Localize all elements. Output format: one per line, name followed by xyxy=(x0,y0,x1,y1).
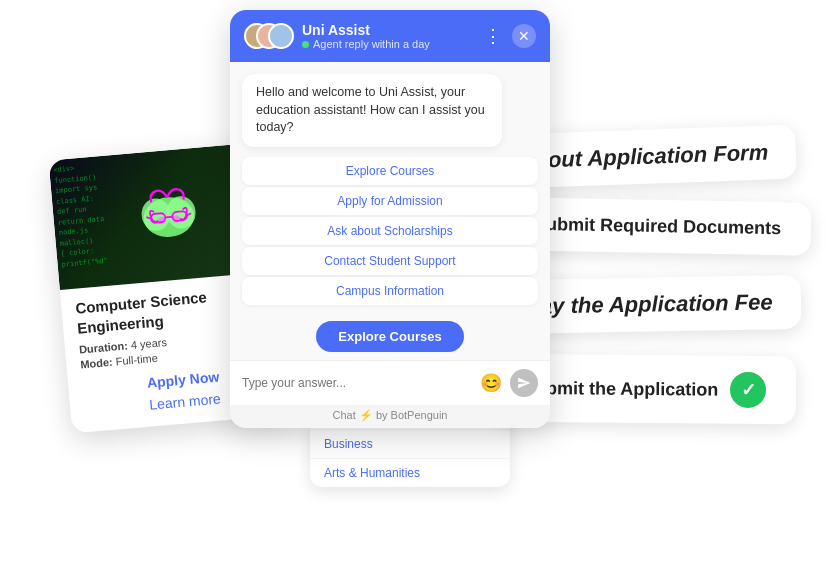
agent-avatars xyxy=(244,20,292,52)
chat-footer: Chat ⚡ by BotPenguin xyxy=(230,405,550,428)
brain-icon xyxy=(120,167,218,265)
dots-button[interactable]: ⋮ xyxy=(480,23,506,49)
chat-input-bar: 😊 xyxy=(230,360,550,405)
emoji-icon[interactable]: 😊 xyxy=(480,372,502,394)
code-bg-text: <div>function()import sysclass AI: def r… xyxy=(53,161,108,270)
chat-header-actions: ⋮ ✕ xyxy=(480,23,536,49)
menu-item-support[interactable]: Contact Student Support xyxy=(242,247,538,275)
avatar-3 xyxy=(268,23,294,49)
chat-header-left: Uni Assist Agent reply within a day xyxy=(244,20,430,52)
pay-fee-text: Pay the Application Fee xyxy=(525,289,773,318)
duration-label: Duration: xyxy=(79,339,129,355)
chat-title: Uni Assist xyxy=(302,22,430,38)
svg-line-7 xyxy=(165,217,172,218)
footer-text: Chat ⚡ by BotPenguin xyxy=(333,409,448,421)
explore-courses-button[interactable]: Explore Courses xyxy=(316,321,463,352)
status-dot xyxy=(302,41,309,48)
duration-value: 4 years xyxy=(130,336,167,351)
chat-status: Agent reply within a day xyxy=(302,38,430,50)
menu-item-scholarships[interactable]: Ask about Scholarships xyxy=(242,217,538,245)
subject-item-arts[interactable]: Arts & Humanities xyxy=(310,459,510,487)
menu-item-apply[interactable]: Apply for Admission xyxy=(242,187,538,215)
close-button[interactable]: ✕ xyxy=(512,24,536,48)
mode-label: Mode: xyxy=(80,356,113,371)
chat-header: Uni Assist Agent reply within a day ⋮ ✕ xyxy=(230,10,550,62)
menu-list: Explore Courses Apply for Admission Ask … xyxy=(242,157,538,313)
chat-input[interactable] xyxy=(242,376,472,390)
chat-widget: Uni Assist Agent reply within a day ⋮ ✕ … xyxy=(230,10,550,428)
send-icon xyxy=(517,376,531,390)
welcome-message: Hello and welcome to Uni Assist, your ed… xyxy=(242,74,502,147)
send-button[interactable] xyxy=(510,369,538,397)
submit-app-text: Submit the Application xyxy=(523,377,719,400)
chat-header-info: Uni Assist Agent reply within a day xyxy=(302,22,430,50)
chat-body: Hello and welcome to Uni Assist, your ed… xyxy=(230,62,550,360)
menu-item-explore[interactable]: Explore Courses xyxy=(242,157,538,185)
subject-item-business[interactable]: Business xyxy=(310,430,510,459)
checkmark-icon: ✓ xyxy=(730,372,766,408)
menu-item-campus[interactable]: Campus Information xyxy=(242,277,538,305)
mode-value: Full-time xyxy=(115,352,158,368)
status-text: Agent reply within a day xyxy=(313,38,430,50)
